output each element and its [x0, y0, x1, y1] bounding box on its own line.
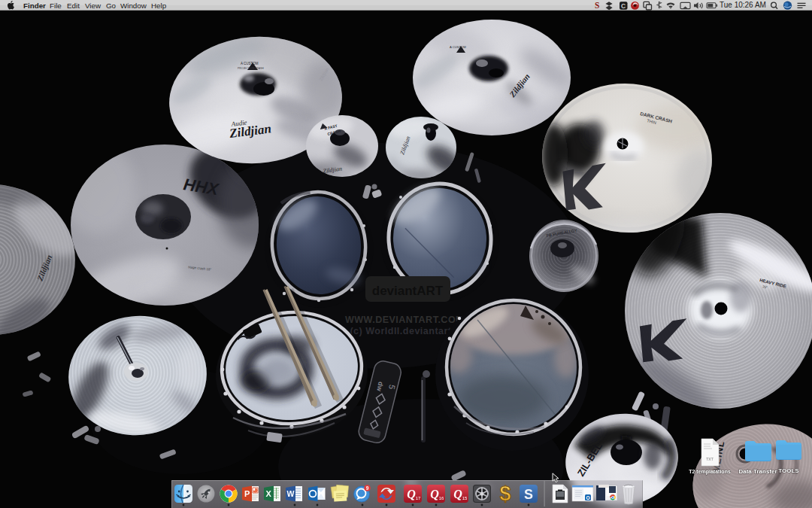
svg-text:17: 17: [416, 496, 421, 500]
svg-text:16: 16: [439, 496, 444, 500]
svg-text:TOOLS: TOOLS: [778, 467, 799, 474]
svg-text:Q: Q: [453, 488, 462, 500]
svg-text:9: 9: [366, 485, 369, 491]
svg-text:S: S: [524, 487, 533, 502]
svg-text:W: W: [287, 489, 295, 498]
svg-text:$: $: [499, 482, 511, 505]
svg-text:P: P: [244, 489, 250, 498]
svg-text:Q: Q: [407, 488, 416, 500]
svg-text:O: O: [586, 495, 589, 500]
svg-text:TXT: TXT: [706, 457, 713, 461]
svg-text:15: 15: [462, 496, 468, 500]
svg-text:Q: Q: [430, 488, 439, 500]
svg-text:X: X: [266, 489, 272, 498]
